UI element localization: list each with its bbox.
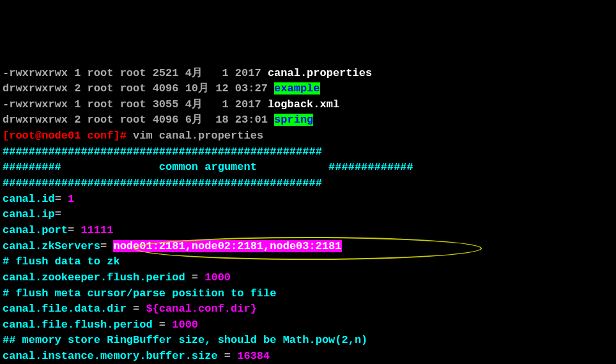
prop-key: canal.instance.memory.buffer.size <box>3 350 218 362</box>
comment-line: ## memory store RingBuffer size, should … <box>3 334 367 346</box>
prop-key: canal.file.data.dir <box>3 303 127 315</box>
ls-row-dirname: example <box>274 82 320 95</box>
ls-row-perms: -rwxrwxrwx 1 root root 2521 4月 1 2017 <box>3 67 268 79</box>
ls-row-dirname: spring <box>274 114 313 126</box>
prop-key: canal.ip <box>3 208 55 220</box>
comment-line: # flush data to zk <box>3 255 120 268</box>
comment-line: ########################################… <box>3 146 322 158</box>
comment-line: ########################################… <box>3 177 322 189</box>
prop-key: canal.zkServers <box>3 240 100 252</box>
highlighted-row: canal.zkServers= node01:2181,node02:2181… <box>3 240 342 252</box>
ls-row-perms: drwxrwxrwx 2 root root 4096 6月 18 23:01 <box>3 114 274 126</box>
prop-key: canal.file.flush.period <box>3 319 153 331</box>
prop-value: 1 <box>68 193 74 205</box>
comment-line: # flush meta cursor/parse position to fi… <box>3 287 276 300</box>
ls-row-perms: drwxrwxrwx 2 root root 4096 10月 12 03:27 <box>3 82 274 95</box>
prop-key: canal.zookeeper.flush.period <box>3 271 185 284</box>
ls-row-filename: canal.properties <box>268 67 372 79</box>
prop-value: 1000 <box>204 271 231 284</box>
prop-value: ${canal.conf.dir} <box>146 303 256 315</box>
prop-value: 11111 <box>81 224 113 236</box>
prop-value: 1000 <box>172 319 198 331</box>
ls-row-perms: -rwxrwxrwx 1 root root 3055 4月 1 2017 <box>3 98 268 110</box>
prop-value: 16384 <box>237 350 270 362</box>
ls-row-filename: logback.xml <box>268 98 339 110</box>
shell-command[interactable]: vim canal.properties <box>133 130 263 142</box>
terminal-output: -rwxrwxrwx 1 root root 2521 4月 1 2017 ca… <box>3 66 613 364</box>
prop-key: canal.id <box>3 193 55 205</box>
prop-key: canal.port <box>3 224 68 236</box>
comment-line: common argument <box>159 161 257 173</box>
comment-line: ############# <box>328 161 413 173</box>
prop-value-highlighted: node01:2181,node02:2181,node03:2181 <box>113 240 341 252</box>
comment-line: ######### <box>3 161 61 173</box>
shell-prompt: [root@node01 conf]# <box>3 130 133 142</box>
